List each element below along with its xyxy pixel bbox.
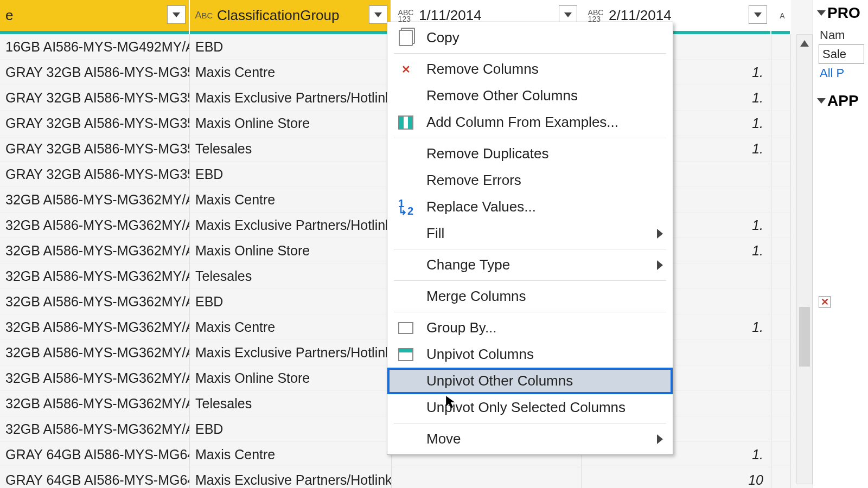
- cell-next[interactable]: [771, 365, 791, 391]
- cell-next[interactable]: [771, 314, 791, 340]
- unpivot-icon: [396, 345, 416, 364]
- cell-classification[interactable]: EBD: [190, 162, 392, 187]
- column-class-label: ClassificationGroup: [217, 7, 339, 24]
- cell-next[interactable]: [771, 416, 791, 442]
- cell-next[interactable]: [771, 60, 791, 85]
- name-label: Nam: [819, 28, 868, 42]
- cell-next[interactable]: [771, 238, 791, 264]
- cell-e[interactable]: 32GB AI586-MYS-MG362MY/A: [0, 391, 190, 416]
- scroll-thumb[interactable]: [799, 307, 810, 367]
- column-header-e[interactable]: e: [0, 0, 190, 31]
- cell-next[interactable]: [771, 34, 791, 60]
- cell-e[interactable]: GRAY 64GB AI586-MYS-MG643: [0, 467, 190, 488]
- menu-change-type[interactable]: Change Type: [387, 252, 673, 278]
- filter-dropdown-icon[interactable]: [167, 5, 186, 24]
- cell-e[interactable]: 16GB AI586-MYS-MG492MY/A: [0, 34, 190, 60]
- applied-step-row[interactable]: ✕: [819, 296, 868, 308]
- vertical-scrollbar[interactable]: [796, 34, 813, 484]
- column-header-classificationgroup[interactable]: ABC ClassificationGroup: [190, 0, 392, 31]
- cell-classification[interactable]: Maxis Exclusive Partners/Hotlink: [190, 85, 392, 111]
- column-context-menu: Copy ✕ Remove Columns Remove Other Colum…: [387, 22, 673, 455]
- scroll-up-icon[interactable]: [800, 40, 809, 47]
- properties-section-header[interactable]: PRO: [819, 4, 868, 22]
- cell-next[interactable]: [771, 85, 791, 111]
- cell-e[interactable]: GRAY 32GB AI586-MYS-MG352...: [0, 136, 190, 162]
- column-e-label: e: [5, 7, 13, 24]
- cell-next[interactable]: [771, 213, 791, 238]
- cell-classification[interactable]: Maxis Centre: [190, 60, 392, 85]
- cell-classification[interactable]: Telesales: [190, 136, 392, 162]
- cell-e[interactable]: 32GB AI586-MYS-MG362MY/A: [0, 340, 190, 365]
- cell-next[interactable]: [771, 391, 791, 416]
- menu-remove-duplicates[interactable]: Remove Duplicates: [387, 140, 673, 167]
- cell-classification[interactable]: EBD: [190, 34, 392, 60]
- cell-classification[interactable]: Telesales: [190, 264, 392, 289]
- cell-next[interactable]: [771, 111, 791, 136]
- menu-move[interactable]: Move: [387, 426, 673, 452]
- cell-e[interactable]: 32GB AI586-MYS-MG362MY/A: [0, 187, 190, 213]
- cell-date2[interactable]: 10: [582, 467, 771, 488]
- table-row[interactable]: GRAY 64GB AI586-MYS-MG643Maxis Exclusive…: [0, 467, 813, 488]
- cell-e[interactable]: GRAY 32GB AI586-MYS-MG352...: [0, 111, 190, 136]
- cell-classification[interactable]: Maxis Centre: [190, 314, 392, 340]
- cell-next[interactable]: [771, 340, 791, 365]
- cell-next[interactable]: [771, 289, 791, 314]
- cell-e[interactable]: 32GB AI586-MYS-MG362MY/A: [0, 238, 190, 264]
- cell-next[interactable]: [771, 136, 791, 162]
- applied-steps-section-header[interactable]: APP: [819, 92, 868, 110]
- menu-replace-values[interactable]: 1↳2 Replace Values...: [387, 194, 673, 220]
- cell-classification[interactable]: Maxis Online Store: [190, 365, 392, 391]
- cell-classification[interactable]: Maxis Exclusive Partners/Hotlink: [190, 340, 392, 365]
- cell-classification[interactable]: Maxis Exclusive Partners/Hotlink: [190, 467, 392, 488]
- replace-icon: 1↳2: [396, 198, 416, 216]
- menu-unpivot-only-selected-columns[interactable]: Unpivot Only Selected Columns: [387, 394, 673, 421]
- menu-unpivot-columns[interactable]: Unpivot Columns: [387, 341, 673, 368]
- menu-unpivot-other-columns[interactable]: Unpivot Other Columns: [387, 368, 673, 394]
- menu-copy[interactable]: Copy: [387, 24, 673, 51]
- cell-e[interactable]: 32GB AI586-MYS-MG362MY/A: [0, 289, 190, 314]
- cell-classification[interactable]: Maxis Centre: [190, 442, 392, 467]
- cell-e[interactable]: 32GB AI586-MYS-MG362MY/A: [0, 314, 190, 340]
- column-header-next[interactable]: A: [771, 0, 791, 31]
- add-column-icon: [396, 113, 416, 132]
- menu-remove-errors[interactable]: Remove Errors: [387, 167, 673, 194]
- cell-next[interactable]: [771, 467, 791, 488]
- group-icon: [396, 319, 416, 337]
- filter-dropdown-icon[interactable]: [369, 5, 387, 24]
- cell-next[interactable]: [771, 162, 791, 187]
- delete-step-icon[interactable]: ✕: [819, 296, 831, 308]
- cell-next[interactable]: [771, 187, 791, 213]
- cell-e[interactable]: 32GB AI586-MYS-MG362MY/A: [0, 365, 190, 391]
- cell-next[interactable]: [771, 442, 791, 467]
- filter-dropdown-icon[interactable]: [559, 5, 577, 24]
- cell-e[interactable]: GRAY 32GB AI586-MYS-MG352...: [0, 60, 190, 85]
- cell-classification[interactable]: Maxis Centre: [190, 187, 392, 213]
- query-name-input[interactable]: Sale: [819, 44, 864, 64]
- cell-classification[interactable]: Maxis Online Store: [190, 111, 392, 136]
- menu-group-by[interactable]: Group By...: [387, 314, 673, 341]
- cell-e[interactable]: 32GB AI586-MYS-MG362MY/A: [0, 264, 190, 289]
- filter-dropdown-icon[interactable]: [749, 5, 767, 24]
- remove-icon: ✕: [396, 60, 416, 79]
- cell-classification[interactable]: EBD: [190, 416, 392, 442]
- all-properties-link[interactable]: All P: [819, 66, 868, 80]
- menu-remove-other-columns[interactable]: Remove Other Columns: [387, 82, 673, 109]
- cell-e[interactable]: 32GB AI586-MYS-MG362MY/A: [0, 416, 190, 442]
- cell-classification[interactable]: Maxis Exclusive Partners/Hotlink: [190, 213, 392, 238]
- cell-classification[interactable]: Maxis Online Store: [190, 238, 392, 264]
- cell-classification[interactable]: Telesales: [190, 391, 392, 416]
- menu-add-column-from-examples[interactable]: Add Column From Examples...: [387, 109, 673, 136]
- cell-e[interactable]: GRAY 32GB AI586-MYS-MG352...: [0, 162, 190, 187]
- cell-next[interactable]: [771, 264, 791, 289]
- menu-fill[interactable]: Fill: [387, 220, 673, 247]
- menu-remove-columns[interactable]: ✕ Remove Columns: [387, 56, 673, 82]
- cell-e[interactable]: 32GB AI586-MYS-MG362MY/A: [0, 213, 190, 238]
- any-type-icon: A: [774, 7, 791, 24]
- cell-e[interactable]: GRAY 64GB AI586-MYS-MG643...: [0, 442, 190, 467]
- cell-date1[interactable]: [392, 467, 582, 488]
- text-type-icon: ABC: [195, 7, 213, 24]
- cell-e[interactable]: GRAY 32GB AI586-MYS-MG352...: [0, 85, 190, 111]
- expand-icon: [817, 98, 826, 104]
- menu-merge-columns[interactable]: Merge Columns: [387, 283, 673, 310]
- cell-classification[interactable]: EBD: [190, 289, 392, 314]
